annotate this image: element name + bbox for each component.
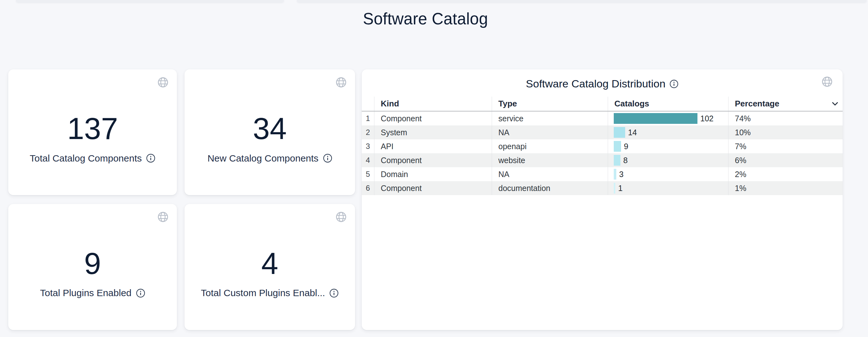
table-header-row: Kind Type Catalogs Percentage [362,97,843,111]
stat-label: New Catalog Components [207,153,318,164]
table-row: 3APIopenapi97% [362,139,843,153]
stat-value: 34 [253,113,287,145]
distribution-table: Kind Type Catalogs Percentage 1Component… [362,97,843,195]
cell-type: documentation [492,181,608,195]
table-row: 5DomainNA32% [362,167,843,181]
cell-catalogs: 9 [608,139,728,153]
cell-percentage: 74% [728,111,843,126]
table-row: 2SystemNA1410% [362,126,843,139]
stat-card-total-catalog-components: 137 Total Catalog Components [8,69,177,195]
cell-catalogs: 102 [608,111,728,126]
distribution-title: Software Catalog Distribution [526,77,665,90]
catalogs-value: 8 [623,156,628,165]
globe-icon[interactable] [157,77,169,88]
catalogs-value: 102 [700,114,714,123]
row-number: 1 [362,111,374,126]
stat-value: 4 [261,248,278,280]
header-type[interactable]: Type [492,97,608,111]
distribution-table-body: 1Componentservice10274%2SystemNA1410%3AP… [362,111,843,195]
cell-type: website [492,153,608,167]
header-catalogs[interactable]: Catalogs [608,97,728,111]
stat-label: Total Plugins Enabled [40,288,131,298]
catalogs-bar [614,141,621,152]
cell-kind: API [374,139,492,153]
cell-kind: Component [374,181,492,195]
stat-card-total-plugins-enabled: 9 Total Plugins Enabled [8,204,177,330]
row-number: 6 [362,181,374,195]
info-icon[interactable] [136,289,145,298]
row-number: 3 [362,139,374,153]
stat-content: 4 Total Custom Plugins Enabl... [185,204,355,330]
catalogs-bar [614,155,620,166]
globe-icon[interactable] [335,77,347,88]
stat-content: 137 Total Catalog Components [8,69,177,195]
cell-kind: System [374,126,492,139]
cell-percentage: 2% [728,167,843,181]
stat-content: 9 Total Plugins Enabled [8,204,177,330]
distribution-card: Software Catalog Distribution Kind Type … [362,69,843,330]
cell-percentage: 7% [728,139,843,153]
catalogs-bar [614,127,625,138]
cell-kind: Component [374,153,492,167]
cell-type: NA [492,126,608,139]
cell-catalogs: 1 [608,181,728,195]
row-number: 4 [362,153,374,167]
cell-catalogs: 3 [608,167,728,181]
catalogs-bar [614,113,698,124]
stat-card-total-custom-plugins-enabled: 4 Total Custom Plugins Enabl... [185,204,355,330]
row-number: 5 [362,167,374,181]
cell-catalogs: 14 [608,126,728,139]
cell-kind: Component [374,111,492,126]
globe-icon[interactable] [157,211,169,223]
cell-type: NA [492,167,608,181]
info-icon[interactable] [323,154,332,163]
stat-card-new-catalog-components: 34 New Catalog Components [185,69,355,195]
table-row: 4Componentwebsite86% [362,153,843,167]
stat-value: 137 [67,113,118,145]
catalogs-value: 14 [628,128,637,137]
info-icon[interactable] [670,79,678,88]
cell-percentage: 10% [728,126,843,139]
catalogs-value: 3 [619,170,624,179]
cell-type: openapi [492,139,608,153]
header-kind[interactable]: Kind [374,97,492,111]
table-row: 1Componentservice10274% [362,111,843,126]
page-title: Software Catalog [8,9,843,28]
chevron-down-icon[interactable] [832,102,838,106]
catalogs-value: 1 [618,184,623,193]
cutoff-card-strip-right [297,0,867,2]
cell-catalogs: 8 [608,153,728,167]
row-number: 2 [362,126,374,139]
info-icon[interactable] [146,154,155,163]
header-percentage[interactable]: Percentage [728,97,843,111]
cutoff-card-strip-left [16,0,284,2]
header-percentage-label: Percentage [735,99,779,109]
stat-label: Total Custom Plugins Enabl... [201,288,325,298]
cell-kind: Domain [374,167,492,181]
globe-icon[interactable] [335,211,347,223]
catalogs-bar [614,183,615,194]
table-row: 6Componentdocumentation11% [362,181,843,195]
stat-label: Total Catalog Components [30,153,142,164]
catalogs-value: 9 [624,142,628,151]
cell-percentage: 6% [728,153,843,167]
header-row-number [362,97,374,111]
stat-content: 34 New Catalog Components [185,69,355,195]
stat-value: 9 [84,248,101,280]
info-icon[interactable] [330,289,339,298]
cell-type: service [492,111,608,126]
cell-percentage: 1% [728,181,843,195]
catalogs-bar [614,169,616,179]
